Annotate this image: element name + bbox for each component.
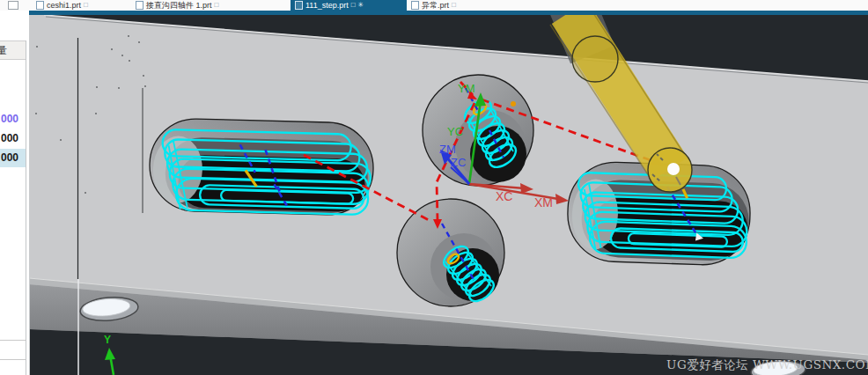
zc-axis-label: ZC bbox=[451, 156, 466, 169]
forum-watermark: UG爱好者论坛 WWW.UGSNX.COM bbox=[666, 357, 868, 371]
panel-column-border bbox=[26, 40, 26, 375]
panel-value-row[interactable]: 000 bbox=[0, 129, 26, 148]
slot-pocket-left bbox=[149, 118, 375, 217]
window-icon[interactable] bbox=[8, 1, 18, 10]
float-window-icon[interactable]: □ bbox=[351, 2, 356, 9]
graphics-viewport[interactable]: YM YC ZM ZC XC XM Y UG爱好者论坛 WWW.UGSNX.CO bbox=[29, 15, 868, 375]
xc-axis-label: XC bbox=[496, 189, 512, 203]
yc-axis-label: YC bbox=[447, 125, 463, 138]
engage-point-top bbox=[511, 101, 516, 107]
panel-empty-cell bbox=[0, 359, 26, 375]
wcs-y-label: Y bbox=[104, 334, 111, 346]
document-icon bbox=[136, 1, 143, 10]
tool-tip-highlight bbox=[667, 163, 680, 175]
tab-part2[interactable]: 接直沟四轴件 1.prt □ bbox=[131, 0, 283, 11]
document-icon bbox=[36, 1, 44, 10]
tab-label: 接直沟四轴件 1.prt bbox=[146, 0, 212, 11]
float-window-icon[interactable]: □ bbox=[452, 2, 456, 9]
zm-axis-label: ZM bbox=[439, 143, 456, 156]
tab-ceshi1[interactable]: ceshi1.prt □ bbox=[32, 0, 127, 11]
tab-111-step-active[interactable]: 111_step.prt □ ✳ bbox=[291, 0, 408, 11]
tab-label: 111_step.prt bbox=[305, 1, 349, 10]
tab-label: ceshi1.prt bbox=[47, 1, 81, 10]
float-window-icon[interactable]: □ bbox=[215, 2, 219, 9]
active-tab-strip bbox=[29, 11, 868, 15]
bore-hole-bottom bbox=[397, 199, 504, 306]
ym-axis-label: YM bbox=[458, 82, 475, 95]
panel-value-row[interactable]: 000 bbox=[0, 110, 26, 129]
pin-icon[interactable]: ✳ bbox=[358, 2, 364, 9]
bore-hole-top bbox=[423, 75, 533, 186]
panel-empty-cell bbox=[0, 340, 26, 360]
document-icon bbox=[295, 1, 303, 10]
document-icon bbox=[411, 1, 419, 10]
tab-label: 异常.prt bbox=[422, 0, 449, 11]
document-tab-bar: ceshi1.prt □ 接直沟四轴件 1.prt □ 111_step.prt… bbox=[0, 0, 868, 11]
panel-column-header: 量 bbox=[0, 40, 26, 60]
nx-cam-window: ceshi1.prt □ 接直沟四轴件 1.prt □ 111_step.prt… bbox=[0, 0, 868, 375]
tab-yichang[interactable]: 异常.prt □ bbox=[407, 0, 500, 11]
left-panel: 量 000 000 000 bbox=[0, 11, 30, 375]
xm-axis-label: XM bbox=[534, 195, 553, 210]
float-window-icon[interactable]: □ bbox=[84, 2, 88, 9]
tool-holder-joint bbox=[572, 36, 618, 82]
panel-value-row-selected[interactable]: 000 bbox=[0, 149, 26, 167]
